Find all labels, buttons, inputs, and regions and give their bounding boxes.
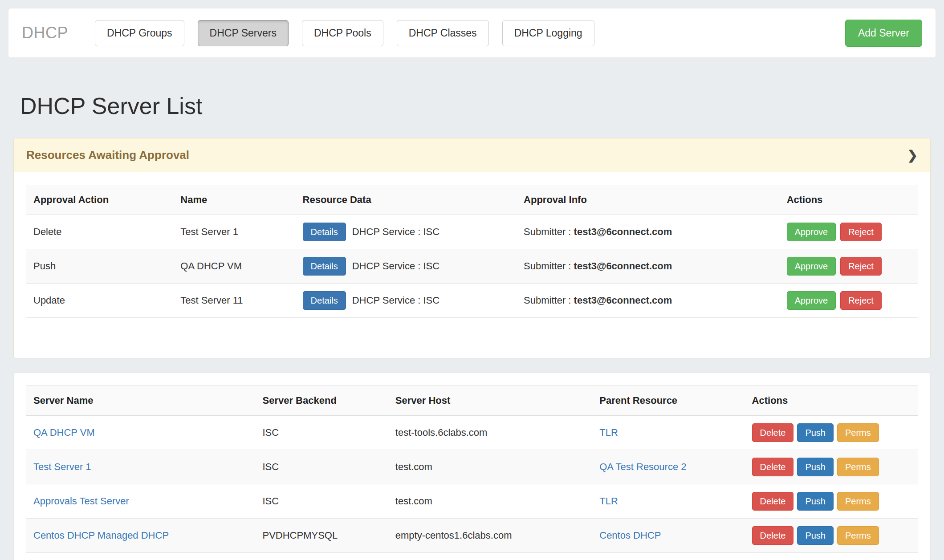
resource-data-text: DHCP Service : ISC xyxy=(352,226,439,237)
delete-button[interactable]: Delete xyxy=(752,492,794,511)
approve-button[interactable]: Approve xyxy=(787,291,836,310)
server-host-cell: test-tools.6clabs.com xyxy=(388,416,592,450)
server-actions-cell: DeletePushPerms xyxy=(745,450,918,484)
server-name-link[interactable]: Approvals Test Server xyxy=(33,495,129,507)
details-button[interactable]: Details xyxy=(303,223,346,241)
app-brand: DHCP xyxy=(22,24,68,42)
parent-resource-link[interactable]: Centos DHCP xyxy=(599,530,661,541)
main-content: DHCP Server List Resources Awaiting Appr… xyxy=(0,93,944,560)
approve-button[interactable]: Approve xyxy=(787,223,836,241)
approval-table-header-row: Approval Action Name Resource Data Appro… xyxy=(26,185,918,215)
approval-panel-body: Approval Action Name Resource Data Appro… xyxy=(14,172,930,358)
server-row: Test Server 1 ISC test.com QA Test Resou… xyxy=(26,450,918,484)
approval-info-cell: Submitter : test3@6connect.com xyxy=(517,215,780,249)
top-navbar: DHCP DHCP Groups DHCP Servers DHCP Pools… xyxy=(8,8,936,58)
server-name-link[interactable]: Centos DHCP Managed DHCP xyxy=(33,530,169,541)
submitter-email: test3@6connect.com xyxy=(574,226,672,237)
submitter-label: Submitter : xyxy=(524,260,571,272)
approval-name-cell: QA DHCP VM xyxy=(173,249,295,284)
server-actions-cell: DeletePushPerms xyxy=(745,519,918,553)
approval-panel-title: Resources Awaiting Approval xyxy=(26,148,189,162)
perms-button[interactable]: Perms xyxy=(837,458,879,476)
approval-name-cell: Test Server 11 xyxy=(173,284,295,318)
approval-row: Push QA DHCP VM DetailsDHCP Service : IS… xyxy=(26,249,918,284)
parent-resource-link[interactable]: TLR xyxy=(599,427,618,438)
server-host-cell: empty-centos1.6clabs.com xyxy=(388,519,592,553)
server-name-link[interactable]: Test Server 1 xyxy=(33,461,91,472)
col-resource-data: Resource Data xyxy=(296,185,517,215)
delete-button[interactable]: Delete xyxy=(752,526,794,545)
perms-button[interactable]: Perms xyxy=(837,423,879,442)
server-row: Centos DHCP Managed DHCP PVDHCPMYSQL emp… xyxy=(26,519,918,553)
resource-data-text: DHCP Service : ISC xyxy=(352,260,439,272)
col-approval-info: Approval Info xyxy=(517,185,780,215)
chevron-right-icon[interactable]: ❯ xyxy=(907,149,918,162)
reject-button[interactable]: Reject xyxy=(840,257,882,276)
approval-action-cell: Push xyxy=(26,249,173,284)
server-backend-cell: ISC xyxy=(256,484,388,519)
parent-resource-link[interactable]: TLR xyxy=(599,495,618,507)
col-server-actions: Actions xyxy=(745,386,918,416)
approval-actions-cell: ApproveReject xyxy=(780,284,918,318)
server-backend-cell: PVDHCPMYSQL xyxy=(256,519,388,553)
col-server-host: Server Host xyxy=(388,386,592,416)
perms-button[interactable]: Perms xyxy=(837,526,879,545)
submitter-email: test3@6connect.com xyxy=(574,295,672,306)
perms-button[interactable]: Perms xyxy=(837,492,879,511)
approval-resource-cell: DetailsDHCP Service : ISC xyxy=(296,284,517,318)
approval-table: Approval Action Name Resource Data Appro… xyxy=(26,185,918,318)
server-backend-cell: ISC xyxy=(256,416,388,450)
col-name: Name xyxy=(173,185,295,215)
approve-button[interactable]: Approve xyxy=(787,257,836,276)
page: DHCP DHCP Groups DHCP Servers DHCP Pools… xyxy=(0,0,944,560)
approval-action-cell: Update xyxy=(26,284,173,318)
col-server-backend: Server Backend xyxy=(256,386,388,416)
approval-name-cell: Test Server 1 xyxy=(173,215,295,249)
reject-button[interactable]: Reject xyxy=(840,223,882,241)
details-button[interactable]: Details xyxy=(303,291,346,310)
approval-actions-cell: ApproveReject xyxy=(780,215,918,249)
reject-button[interactable]: Reject xyxy=(840,291,882,310)
server-table-header-row: Server Name Server Backend Server Host P… xyxy=(26,386,918,416)
approval-panel: Resources Awaiting Approval ❯ Approval A… xyxy=(13,138,931,358)
server-actions-cell: DeletePushPerms xyxy=(745,416,918,450)
tab-dhcp-logging[interactable]: DHCP Logging xyxy=(502,20,594,46)
approval-action-cell: Delete xyxy=(26,215,173,249)
server-backend-cell: ISC xyxy=(256,450,388,484)
delete-button[interactable]: Delete xyxy=(752,423,794,442)
details-button[interactable]: Details xyxy=(303,257,346,276)
server-host-cell: test.com xyxy=(388,484,592,519)
server-table: Server Name Server Backend Server Host P… xyxy=(26,386,918,553)
server-row: Approvals Test Server ISC test.com TLR D… xyxy=(26,484,918,519)
approval-info-cell: Submitter : test3@6connect.com xyxy=(517,284,780,318)
approval-resource-cell: DetailsDHCP Service : ISC xyxy=(296,249,517,284)
approval-row: Delete Test Server 1 DetailsDHCP Service… xyxy=(26,215,918,249)
tab-dhcp-classes[interactable]: DHCP Classes xyxy=(397,20,489,46)
server-list-card: Server Name Server Backend Server Host P… xyxy=(13,373,931,560)
delete-button[interactable]: Delete xyxy=(752,458,794,476)
resource-data-text: DHCP Service : ISC xyxy=(352,295,439,306)
col-server-name: Server Name xyxy=(26,386,256,416)
push-button[interactable]: Push xyxy=(797,492,834,511)
push-button[interactable]: Push xyxy=(797,423,834,442)
col-parent-resource: Parent Resource xyxy=(592,386,745,416)
approval-info-cell: Submitter : test3@6connect.com xyxy=(517,249,780,284)
submitter-email: test3@6connect.com xyxy=(574,260,672,272)
col-actions: Actions xyxy=(780,185,918,215)
add-server-button[interactable]: Add Server xyxy=(845,20,922,47)
tab-dhcp-servers[interactable]: DHCP Servers xyxy=(198,20,289,46)
approval-panel-header[interactable]: Resources Awaiting Approval ❯ xyxy=(14,138,930,172)
approval-actions-cell: ApproveReject xyxy=(780,249,918,284)
approval-resource-cell: DetailsDHCP Service : ISC xyxy=(296,215,517,249)
server-host-cell: test.com xyxy=(388,450,592,484)
server-actions-cell: DeletePushPerms xyxy=(745,484,918,519)
approval-row: Update Test Server 11 DetailsDHCP Servic… xyxy=(26,284,918,318)
tab-dhcp-groups[interactable]: DHCP Groups xyxy=(95,20,184,46)
push-button[interactable]: Push xyxy=(797,458,834,476)
push-button[interactable]: Push xyxy=(797,526,834,545)
tab-dhcp-pools[interactable]: DHCP Pools xyxy=(302,20,383,46)
submitter-label: Submitter : xyxy=(524,226,571,237)
parent-resource-link[interactable]: QA Test Resource 2 xyxy=(599,461,686,472)
submitter-label: Submitter : xyxy=(524,295,571,306)
server-name-link[interactable]: QA DHCP VM xyxy=(33,427,95,438)
